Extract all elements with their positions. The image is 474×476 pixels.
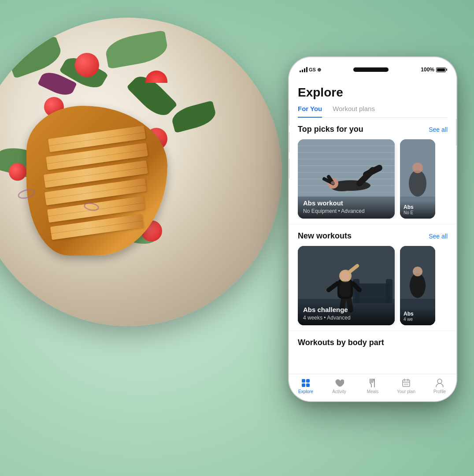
calendar-icon — [401, 378, 411, 388]
card-title: Abs workout — [303, 199, 389, 207]
body-part-title: Workouts by body part — [298, 338, 384, 347]
svg-rect-26 — [386, 279, 393, 303]
notch — [353, 67, 389, 72]
status-bar: GS ⊕ 100% — [289, 57, 456, 77]
battery-area: 100% — [421, 67, 446, 73]
svg-point-51 — [437, 379, 442, 383]
grid-cell — [306, 383, 310, 387]
explore-nav-label: Explore — [298, 389, 313, 394]
tab-workout-plans[interactable]: Workout plans — [333, 105, 375, 118]
svg-rect-35 — [340, 281, 351, 297]
page-title: Explore — [298, 86, 448, 100]
nav-meals[interactable]: Meals — [359, 378, 386, 394]
fork-icon — [367, 378, 378, 388]
svg-rect-50 — [404, 383, 408, 385]
chicken-breast — [18, 97, 172, 264]
fork-svg — [368, 378, 377, 388]
signal-icon — [300, 67, 307, 72]
svg-rect-24 — [355, 283, 390, 303]
battery-percent: 100% — [421, 67, 434, 73]
partial-2-overlay: Abs 4 we — [400, 307, 435, 325]
meals-nav-label: Meals — [367, 389, 379, 394]
new-workouts-section: New workouts See all — [289, 224, 456, 331]
signal-bar — [302, 70, 303, 72]
salad-leaf — [170, 100, 218, 133]
svg-point-38 — [410, 273, 426, 298]
tomato — [75, 53, 99, 77]
card-subtitle: No Equipment • Advanced — [303, 208, 389, 214]
phone-mockup: GS ⊕ 100% Explore For You Workout plans — [280, 4, 465, 454]
new-workouts-cards: Abs challenge 4 weeks • Advanced — [298, 246, 448, 325]
grid-cell — [306, 379, 310, 383]
explore-header: Explore For You Workout plans — [289, 77, 456, 118]
nav-profile[interactable]: Profile — [426, 378, 453, 394]
signal-bar — [300, 71, 301, 72]
partial-overlay: Abs No E — [400, 201, 435, 219]
volume-down-button — [289, 159, 289, 178]
abs-challenge-card[interactable]: Abs challenge 4 weeks • Advanced — [298, 246, 395, 325]
profile-nav-label: Profile — [433, 389, 446, 394]
grid-icon — [300, 378, 311, 388]
tomato-half — [145, 71, 167, 83]
screen-content: Explore For You Workout plans Top picks … — [289, 77, 456, 374]
challenge-card-image: Abs challenge 4 weeks • Advanced — [298, 246, 395, 325]
svg-rect-46 — [403, 380, 410, 387]
svg-point-20 — [409, 170, 426, 197]
partial-subtitle: No E — [404, 210, 432, 215]
grid-cell — [302, 383, 305, 387]
top-picks-see-all[interactable]: See all — [429, 126, 448, 133]
nav-activity[interactable]: Activity — [326, 378, 352, 394]
signal-bar — [304, 68, 305, 72]
nav-explore[interactable]: Explore — [293, 378, 319, 394]
partial-2-title: Abs — [404, 311, 432, 317]
body-part-header: Workouts by body part — [298, 338, 448, 347]
activity-nav-label: Activity — [332, 389, 346, 394]
person-svg — [435, 378, 444, 388]
top-picks-section: Top picks for you See all — [289, 118, 456, 224]
bottom-navigation: Explore Activity — [289, 374, 456, 401]
mute-button — [289, 110, 289, 126]
battery-fill — [437, 68, 445, 71]
grid-icon-inner — [302, 379, 310, 387]
grid-cell — [302, 379, 305, 383]
svg-point-40 — [337, 381, 341, 384]
abs-workout-card[interactable]: Abs workout No Equipment • Advanced — [298, 139, 395, 219]
partial-card-1[interactable]: Abs No E — [400, 139, 435, 219]
card-overlay: Abs workout No Equipment • Advanced — [298, 195, 395, 219]
new-workouts-title: New workouts — [298, 231, 352, 241]
signal-bar — [306, 67, 307, 72]
your-plan-nav-label: Your plan — [397, 389, 415, 394]
svg-point-34 — [341, 271, 350, 281]
partial-2-subtitle: 4 we — [404, 317, 432, 322]
new-workouts-see-all[interactable]: See all — [429, 233, 448, 240]
heart-svg — [334, 379, 344, 387]
partial-card-2[interactable]: Abs 4 we — [400, 246, 435, 325]
svg-point-17 — [331, 181, 335, 185]
heart-icon — [334, 378, 344, 388]
top-picks-title: Top picks for you — [298, 125, 363, 134]
person-icon — [434, 378, 445, 388]
challenge-overlay: Abs challenge 4 weeks • Advanced — [298, 301, 395, 325]
wifi-icon: ⊕ — [317, 67, 321, 73]
card-image-abs: Abs workout No Equipment • Advanced — [298, 139, 395, 219]
tabs-bar: For You Workout plans — [298, 105, 448, 118]
carrier-name: GS — [309, 67, 316, 72]
svg-point-39 — [413, 267, 422, 276]
challenge-subtitle: 4 weeks • Advanced — [303, 315, 389, 321]
salad-leaf — [104, 30, 169, 69]
top-picks-header: Top picks for you See all — [298, 125, 448, 134]
tab-for-you[interactable]: For You — [298, 105, 322, 118]
svg-point-21 — [412, 163, 423, 173]
new-workouts-header: New workouts See all — [298, 231, 448, 241]
power-button — [456, 119, 456, 145]
volume-up-button — [289, 132, 289, 152]
nav-your-plan[interactable]: Your plan — [393, 378, 419, 394]
calendar-svg — [402, 379, 411, 387]
top-picks-cards: Abs workout No Equipment • Advanced — [298, 139, 448, 219]
partial-title: Abs — [404, 204, 432, 210]
status-left: GS ⊕ — [300, 67, 321, 73]
challenge-title: Abs challenge — [303, 306, 389, 313]
battery-icon — [436, 67, 446, 72]
phone-device: GS ⊕ 100% Explore For You Workout plans — [289, 57, 456, 401]
phone-screen: Explore For You Workout plans Top picks … — [289, 77, 456, 401]
